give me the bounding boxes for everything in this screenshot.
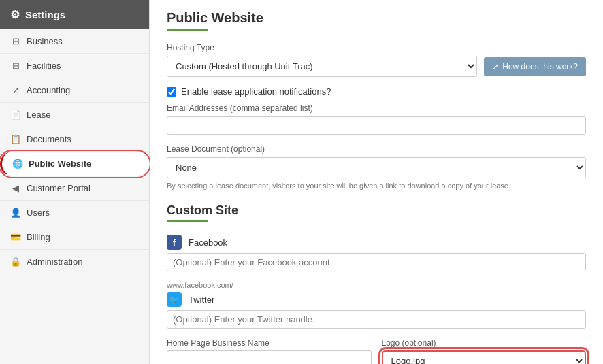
how-does-this-work-label: How does this work? <box>502 62 578 71</box>
enable-notifications-label: Enable lease application notifications? <box>181 86 331 97</box>
logo-label: Logo (optional) <box>382 338 587 348</box>
sidebar-header: ⚙ Settings <box>0 0 149 29</box>
user-icon: 👤 <box>10 208 21 218</box>
grid-icon: ⊞ <box>10 36 21 46</box>
sidebar-item-documents[interactable]: 📋 Documents <box>0 127 149 152</box>
homepage-logo-row: Home Page Business Name Logo (optional) … <box>167 338 586 364</box>
facebook-label: Facebook <box>189 237 227 248</box>
sidebar-label-public-website: Public Website <box>29 159 91 169</box>
title-underline <box>167 29 208 31</box>
page-title: Public Website <box>167 10 586 26</box>
sidebar-item-users[interactable]: 👤 Users <box>0 201 149 225</box>
sidebar-item-customer-portal[interactable]: ◀ Customer Portal <box>0 176 149 201</box>
enable-notifications-row: Enable lease application notifications? <box>167 86 586 97</box>
docs-icon: 📋 <box>10 134 21 144</box>
custom-site-title: Custom Site <box>167 203 586 218</box>
logo-select[interactable]: Logo.jpg None <box>382 350 587 364</box>
twitter-input-row <box>167 310 586 329</box>
sidebar-label-users: Users <box>27 208 50 218</box>
sidebar-title: Settings <box>25 9 65 20</box>
sidebar-label-administration: Administration <box>27 257 82 267</box>
facebook-url-hint: www.facebook.com/ <box>167 281 586 289</box>
twitter-row: 🐦 Twitter <box>167 292 586 307</box>
how-does-this-work-button[interactable]: ↗ How does this work? <box>484 57 586 76</box>
facebook-input-row <box>167 253 586 271</box>
twitter-icon: 🐦 <box>167 292 182 307</box>
lease-document-section: Lease Document (optional) None By select… <box>167 144 586 190</box>
email-addresses-input[interactable] <box>167 116 586 135</box>
sidebar-label-billing: Billing <box>27 232 50 242</box>
email-addresses-label: Email Addresses (comma separated list) <box>167 103 586 113</box>
sidebar-item-accounting[interactable]: ↗ Accounting <box>0 78 149 103</box>
hosting-type-row: Custom (Hosted through Unit Trac) ↗ How … <box>167 56 586 77</box>
sidebar-item-billing[interactable]: 💳 Billing <box>0 225 149 250</box>
sidebar-item-lease[interactable]: 📄 Lease <box>0 103 149 127</box>
custom-site-section: Custom Site <box>167 203 586 222</box>
doc-icon: 📄 <box>10 110 21 120</box>
enable-notifications-checkbox[interactable] <box>167 87 176 97</box>
sidebar-label-lease: Lease <box>27 110 50 120</box>
home-page-name-label: Home Page Business Name <box>167 338 372 348</box>
lease-document-label: Lease Document (optional) <box>167 144 586 154</box>
home-page-name-input[interactable] <box>167 350 372 364</box>
sidebar-item-public-website[interactable]: 🌐 Public Website <box>0 152 149 176</box>
twitter-label: Twitter <box>189 295 214 305</box>
chart-icon: ↗ <box>10 85 21 95</box>
email-addresses-section: Email Addresses (comma separated list) <box>167 103 586 135</box>
grid-icon-2: ⊞ <box>10 61 21 71</box>
lease-document-select[interactable]: None <box>167 157 586 178</box>
sidebar-label-customer-portal: Customer Portal <box>27 183 91 193</box>
sidebar-label-facilities: Facilities <box>27 61 61 71</box>
gear-icon: ⚙ <box>10 8 20 21</box>
facebook-input[interactable] <box>167 253 586 271</box>
lock-icon: 🔒 <box>10 257 21 267</box>
hosting-type-select[interactable]: Custom (Hosted through Unit Trac) <box>167 56 477 77</box>
lease-note: By selecting a lease document, visitors … <box>167 182 586 190</box>
logo-select-wrapper: Logo.jpg None <box>382 350 587 364</box>
custom-site-underline <box>167 220 208 222</box>
external-link-icon: ↗ <box>492 62 499 71</box>
home-page-name-col: Home Page Business Name <box>167 338 372 364</box>
sidebar-label-accounting: Accounting <box>27 85 70 95</box>
hosting-type-label: Hosting Type <box>167 43 586 52</box>
logo-col: Logo (optional) Logo.jpg None <box>382 338 587 364</box>
sidebar-item-administration[interactable]: 🔒 Administration <box>0 250 149 274</box>
main-content: Public Website Hosting Type Custom (Host… <box>150 0 603 364</box>
sidebar-item-business[interactable]: ⊞ Business <box>0 29 149 54</box>
sidebar: ⚙ Settings ⊞ Business ⊞ Facilities ↗ Acc… <box>0 0 150 364</box>
twitter-input[interactable] <box>167 310 586 329</box>
portal-icon: ◀ <box>10 183 21 193</box>
sidebar-label-documents: Documents <box>27 134 71 144</box>
hosting-type-section: Hosting Type Custom (Hosted through Unit… <box>167 43 586 77</box>
facebook-row: f Facebook <box>167 235 586 250</box>
billing-icon: 💳 <box>10 232 21 242</box>
sidebar-item-facilities[interactable]: ⊞ Facilities <box>0 54 149 78</box>
globe-icon: 🌐 <box>12 159 23 169</box>
sidebar-label-business: Business <box>27 36 63 46</box>
facebook-icon: f <box>167 235 182 250</box>
